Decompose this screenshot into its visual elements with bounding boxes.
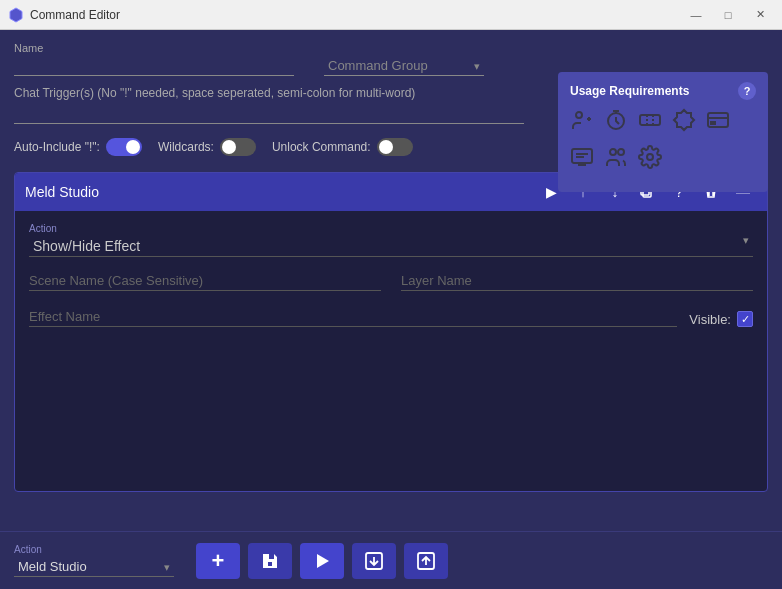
top-form: Name Command Group ▾ (14, 42, 768, 76)
maximize-button[interactable]: □ (714, 5, 742, 25)
command-group-select-wrapper: Command Group ▾ (324, 56, 484, 76)
close-button[interactable]: ✕ (746, 5, 774, 25)
svg-point-1 (576, 112, 582, 118)
wildcards-thumb (222, 140, 236, 154)
import-button[interactable] (404, 543, 448, 579)
auto-include-thumb (126, 140, 140, 154)
badge-icon[interactable] (672, 108, 696, 137)
add-button[interactable]: + (196, 543, 240, 579)
wildcards-label: Wildcards: (158, 140, 214, 154)
title-bar: Command Editor — □ ✕ (0, 0, 782, 30)
svg-rect-5 (711, 122, 715, 124)
layer-name-input[interactable] (401, 271, 753, 291)
main-content: Name Command Group ▾ Usage Requirements … (0, 30, 782, 589)
people-icon[interactable] (604, 145, 628, 174)
usage-title: Usage Requirements ? (570, 82, 756, 100)
name-label: Name (14, 42, 294, 54)
bottom-action-label: Action (14, 544, 174, 555)
ticket-icon[interactable] (638, 108, 662, 137)
action-content: Action Show/Hide Effect ▾ Visible: ✓ (15, 211, 767, 491)
auto-include-toggle-item: Auto-Include "!": (14, 138, 142, 156)
bottom-action-select-wrap: Meld Studio ▾ (14, 557, 174, 577)
usage-help-button[interactable]: ? (738, 82, 756, 100)
scene-layer-row (29, 271, 753, 291)
add-icon: + (212, 548, 225, 574)
unlock-command-label: Unlock Command: (272, 140, 371, 154)
usage-icons-row-1 (570, 108, 756, 137)
svg-rect-3 (640, 115, 660, 125)
effect-name-input[interactable] (29, 307, 677, 327)
usage-requirements-panel: Usage Requirements ? (558, 72, 768, 192)
save-button[interactable] (248, 543, 292, 579)
minimize-button[interactable]: — (682, 5, 710, 25)
auto-include-toggle[interactable] (106, 138, 142, 156)
auto-include-label: Auto-Include "!": (14, 140, 100, 154)
person-link-icon[interactable] (570, 108, 594, 137)
bottom-buttons: + (196, 543, 448, 579)
run-button[interactable] (300, 543, 344, 579)
unlock-command-thumb (379, 140, 393, 154)
bottom-bar: Action Meld Studio ▾ + (0, 531, 782, 589)
play-icon (313, 552, 331, 570)
command-section: Meld Studio ▶ ↑ ↓ ? — (14, 172, 768, 492)
layer-name-col (401, 271, 753, 291)
app-icon (8, 7, 24, 23)
name-input[interactable] (14, 56, 294, 76)
visible-label: Visible: (689, 312, 731, 327)
timer-icon[interactable] (604, 108, 628, 137)
action-small-label: Action (29, 223, 753, 234)
gear-icon[interactable] (638, 145, 662, 174)
name-field-group: Name (14, 42, 294, 76)
command-group-select[interactable]: Command Group (324, 56, 484, 76)
visible-checkbox[interactable]: ✓ (737, 311, 753, 327)
unlock-command-toggle[interactable] (377, 138, 413, 156)
card-icon[interactable] (706, 108, 730, 137)
scene-name-input[interactable] (29, 271, 381, 291)
action-select[interactable]: Show/Hide Effect (29, 236, 753, 257)
import-icon (416, 551, 436, 571)
effect-row: Visible: ✓ (29, 307, 753, 327)
wildcards-toggle[interactable] (220, 138, 256, 156)
svg-point-7 (610, 149, 616, 155)
chat-trigger-input[interactable] (14, 104, 524, 124)
window-controls: — □ ✕ (682, 5, 774, 25)
scene-name-col (29, 271, 381, 291)
display-icon[interactable] (570, 145, 594, 174)
command-header-title: Meld Studio (25, 184, 537, 200)
bottom-action-wrap: Action Meld Studio ▾ (14, 544, 174, 577)
export-icon (364, 551, 384, 571)
command-group-field: Command Group ▾ (324, 56, 484, 76)
unlock-command-toggle-item: Unlock Command: (272, 138, 413, 156)
visible-wrap: Visible: ✓ (689, 311, 753, 327)
export-button[interactable] (352, 543, 396, 579)
wildcards-toggle-item: Wildcards: (158, 138, 256, 156)
svg-point-8 (618, 149, 624, 155)
save-icon (260, 551, 280, 571)
action-select-wrap: Action Show/Hide Effect ▾ (29, 223, 753, 257)
bottom-action-select[interactable]: Meld Studio (14, 557, 174, 577)
svg-marker-0 (10, 8, 22, 22)
window-title: Command Editor (30, 8, 676, 22)
usage-icons-row-2 (570, 145, 756, 174)
svg-marker-12 (317, 554, 329, 568)
svg-point-9 (647, 154, 653, 160)
